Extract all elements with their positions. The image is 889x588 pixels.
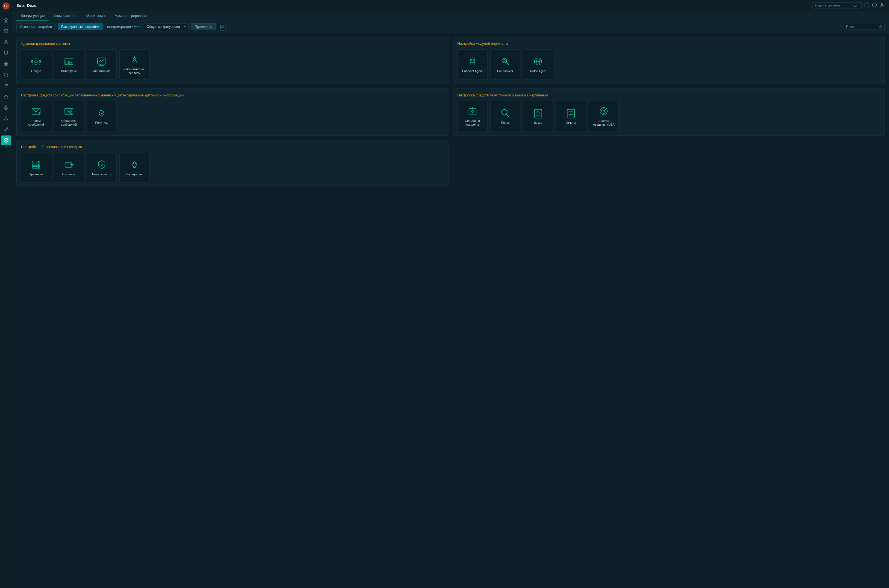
card-dossier[interactable]: Досье bbox=[523, 101, 553, 131]
svg-point-17 bbox=[5, 117, 7, 118]
card-general-label: Общее bbox=[31, 69, 41, 73]
section-support: Настройка обеспечивающих средств Хранени… bbox=[17, 140, 448, 188]
sub-search-wrap bbox=[844, 24, 884, 30]
card-aux-label: Вспомогательн... сервисы bbox=[122, 67, 147, 75]
svg-point-19 bbox=[854, 4, 856, 6]
card-file-crawler[interactable]: File Crawler bbox=[490, 50, 520, 80]
interface-icon bbox=[63, 56, 74, 67]
integration-icon bbox=[129, 159, 140, 170]
admin-cards-grid: Общее Интерфейс Мониторинг bbox=[21, 50, 444, 80]
card-monitoring[interactable]: Мониторинг bbox=[87, 50, 117, 80]
sidebar-item-plane[interactable] bbox=[1, 103, 11, 112]
card-storage[interactable]: Хранение bbox=[21, 153, 51, 183]
topbar-search-input[interactable] bbox=[815, 3, 853, 8]
sub-toolbar: Основные настройки Расширенные настройки… bbox=[12, 21, 889, 33]
svg-line-85 bbox=[507, 114, 509, 117]
topbar-user-icon[interactable] bbox=[864, 3, 869, 9]
svg-line-20 bbox=[856, 6, 857, 7]
svg-rect-37 bbox=[98, 58, 106, 64]
sidebar-item-list[interactable] bbox=[1, 81, 11, 91]
topbar-search-wrap bbox=[812, 3, 862, 9]
topbar: Solar Dozor bbox=[12, 0, 889, 11]
nav-tab-cluster[interactable]: Узлы кластера bbox=[49, 12, 82, 21]
left-column: Администрирование системы Общее bbox=[17, 37, 448, 584]
card-dossier-label: Досье bbox=[534, 121, 542, 124]
nav-tab-admin[interactable]: Администрирование bbox=[110, 12, 153, 21]
section-admin-title: Администрирование системы bbox=[21, 42, 444, 46]
card-traffic-agent[interactable]: Traffic Agent bbox=[523, 50, 553, 80]
btn-advanced-settings[interactable]: Расширенные настройки bbox=[58, 23, 103, 30]
svg-point-56 bbox=[38, 164, 39, 165]
svg-point-84 bbox=[501, 110, 507, 115]
card-general[interactable]: Общее bbox=[21, 50, 51, 80]
card-reports[interactable]: Отчеты bbox=[556, 101, 586, 131]
nav-tab-monitoring[interactable]: Мониторинг bbox=[82, 12, 110, 21]
app-title: Solar Dozor bbox=[17, 3, 38, 8]
svg-point-55 bbox=[38, 161, 39, 162]
svg-point-94 bbox=[601, 109, 606, 113]
sidebar-item-edit[interactable] bbox=[1, 124, 11, 134]
uba-icon bbox=[598, 106, 609, 117]
section-filter-title: Настройка средств фильтрации перехваченн… bbox=[21, 93, 444, 97]
apply-button[interactable]: Применить bbox=[191, 23, 216, 30]
svg-rect-88 bbox=[567, 110, 575, 118]
sidebar-item-shield[interactable] bbox=[1, 48, 11, 58]
sub-search-input[interactable] bbox=[846, 25, 879, 28]
topbar-help-icon[interactable] bbox=[872, 3, 877, 9]
svg-point-8 bbox=[4, 73, 8, 76]
svg-point-24 bbox=[881, 3, 883, 4]
sidebar-item-inbox[interactable] bbox=[1, 26, 11, 36]
right-column: Настройка модулей перехвата Endpoint Age… bbox=[453, 37, 885, 584]
card-events[interactable]: События и инциденты bbox=[457, 101, 487, 131]
sidebar-item-grid[interactable] bbox=[1, 59, 11, 69]
sidebar-item-person[interactable] bbox=[1, 114, 11, 123]
sidebar-item-home[interactable] bbox=[1, 15, 11, 25]
sidebar-item-star[interactable] bbox=[1, 92, 11, 102]
sidebar-item-search[interactable] bbox=[1, 70, 11, 80]
svg-point-95 bbox=[603, 110, 605, 112]
card-receive[interactable]: Прием сообщений bbox=[21, 101, 51, 131]
card-monitoring-label: Мониторинг bbox=[93, 69, 110, 73]
topbar-account-icon[interactable] bbox=[880, 3, 884, 9]
svg-rect-4 bbox=[4, 62, 6, 63]
svg-text:S: S bbox=[4, 4, 6, 8]
security-icon bbox=[96, 159, 107, 170]
card-process[interactable]: Обработка сообщений bbox=[54, 101, 84, 131]
svg-rect-2 bbox=[4, 30, 8, 33]
card-endpoint-label: Endpoint Agent bbox=[462, 69, 483, 73]
sub-search-icon bbox=[879, 25, 882, 28]
sidebar-item-contacts[interactable] bbox=[1, 37, 11, 47]
card-uba[interactable]: Анализ поведения (UBA) bbox=[589, 101, 619, 131]
svg-point-69 bbox=[503, 59, 505, 62]
svg-point-81 bbox=[471, 111, 473, 112]
card-uba-label: Анализ поведения (UBA) bbox=[591, 119, 616, 127]
main-area: Solar Dozor Конфигурация Узлы кластера М… bbox=[12, 0, 889, 588]
card-interface-label: Интерфейс bbox=[61, 69, 77, 73]
svg-rect-34 bbox=[66, 61, 68, 64]
svg-point-18 bbox=[5, 140, 6, 141]
nav-tab-config[interactable]: Конфигурация bbox=[17, 12, 49, 21]
card-endpoint-agent[interactable]: Endpoint Agent bbox=[457, 50, 487, 80]
svg-rect-36 bbox=[69, 63, 72, 64]
sidebar-logo[interactable]: S bbox=[1, 3, 11, 13]
card-send[interactable]: Отправка bbox=[54, 153, 84, 183]
svg-point-57 bbox=[38, 167, 39, 168]
comment-icon-button[interactable] bbox=[218, 23, 226, 31]
btn-basic-settings[interactable]: Основные настройки bbox=[17, 23, 56, 30]
config-dropdown[interactable]: Общая конфигурация bbox=[144, 24, 188, 30]
card-policy[interactable]: Политика bbox=[87, 101, 117, 131]
card-policy-label: Политика bbox=[95, 121, 108, 124]
card-interface[interactable]: Интерфейс bbox=[54, 50, 84, 80]
svg-line-70 bbox=[506, 62, 508, 64]
send-icon bbox=[63, 159, 74, 170]
card-events-label: События и инциденты bbox=[460, 119, 485, 127]
card-security[interactable]: Безопасность bbox=[87, 153, 117, 183]
card-integration[interactable]: Интеграция bbox=[119, 153, 149, 183]
card-search[interactable]: Поиск bbox=[490, 101, 520, 131]
sidebar-item-settings[interactable] bbox=[1, 135, 11, 145]
card-aux[interactable]: Вспомогательн... сервисы bbox=[119, 50, 149, 80]
svg-rect-7 bbox=[6, 64, 8, 66]
svg-line-9 bbox=[7, 76, 8, 76]
svg-point-98 bbox=[606, 108, 607, 109]
topbar-search-icon bbox=[853, 3, 857, 8]
